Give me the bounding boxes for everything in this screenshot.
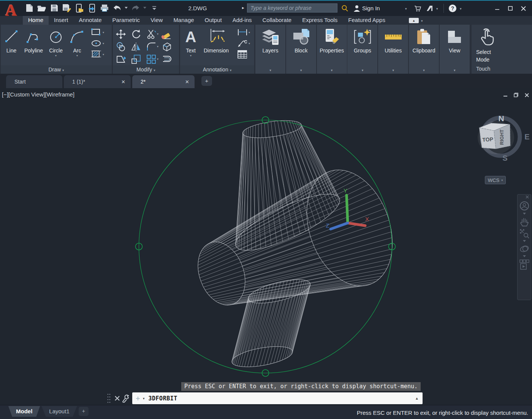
command-input[interactable]: ▾ 3DFORBIT ▲ (132, 392, 423, 404)
search-expand-icon[interactable]: ▸ (242, 5, 244, 10)
ribbon-tab-parametric[interactable]: Parametric (107, 16, 146, 25)
circle-tool-button[interactable]: Circle▾ (45, 26, 66, 57)
drawing-area[interactable]: YXZ [−][Custom View][Wireframe] N E S TO… (0, 88, 532, 405)
array-tool-button[interactable]: ▾ (146, 53, 162, 65)
trim-tool-button[interactable]: ▾ (146, 28, 162, 40)
copy-tool-button[interactable] (116, 40, 131, 53)
orbit-dropdown-icon[interactable] (518, 255, 531, 258)
orbit-icon[interactable] (518, 244, 531, 254)
qat-more-icon[interactable] (149, 3, 159, 13)
rotate-tool-button[interactable] (131, 28, 146, 40)
autocad-app-icon[interactable]: A (3, 2, 19, 19)
ribbon-collapse-button[interactable]: ▲ (409, 18, 419, 23)
ribbon-tab-insert[interactable]: Insert (49, 16, 74, 25)
table-tool-button[interactable] (237, 50, 250, 59)
tool-dropdown-icon[interactable]: ▾ (103, 31, 104, 34)
select-mode-icon[interactable] (475, 27, 495, 47)
fillet-tool-button[interactable]: ▾ (146, 40, 162, 53)
navigation-wheel-icon[interactable] (518, 201, 531, 211)
ribbon-tab-manage[interactable]: Manage (168, 16, 199, 25)
file-tab-2[interactable]: 2*✕ (132, 75, 195, 88)
tool-dropdown-icon[interactable]: ▾ (103, 42, 104, 45)
file-tab-close-icon[interactable]: ✕ (111, 79, 125, 85)
help-dropdown-icon[interactable]: ▾ (460, 7, 462, 11)
view-panel-button[interactable]: View▾ (440, 25, 470, 74)
ribbon-collapse-dropdown-icon[interactable]: ▾ (421, 19, 423, 23)
ribbon-tab-add-ins[interactable]: Add-ins (227, 16, 257, 25)
leader-tool-button[interactable]: ▾ (237, 39, 250, 48)
open-icon[interactable] (37, 3, 47, 13)
tool-dropdown-icon[interactable]: ▾ (157, 57, 158, 61)
viewcube[interactable]: N E S TOP RIGHT (472, 111, 531, 168)
ribbon-tab-annotate[interactable]: Annotate (74, 16, 107, 25)
explode-tool-button[interactable] (162, 40, 177, 53)
dimlinear-tool-button[interactable]: ▾ (237, 28, 250, 37)
pan-icon[interactable] (518, 217, 531, 227)
file-tab-11[interactable]: 1 (1)*✕ (64, 75, 131, 88)
polyline-tool-button[interactable]: Polyline (22, 26, 45, 57)
ribbon-tab-output[interactable]: Output (200, 16, 227, 25)
search-input[interactable]: Type a keyword or phrase (247, 3, 337, 13)
autodesk-logo-icon[interactable] (425, 3, 435, 13)
groups-panel-button[interactable]: Groups▾ (347, 25, 377, 74)
new-icon[interactable] (24, 3, 34, 13)
select-mode-label[interactable]: SelectMode (476, 48, 491, 63)
showmotion-icon[interactable] (518, 259, 531, 270)
autodesk-dropdown-icon[interactable]: ▾ (436, 7, 438, 11)
file-tab-close-icon[interactable]: ✕ (175, 79, 189, 85)
tool-dropdown-icon[interactable]: ▾ (55, 54, 57, 57)
clipboard-panel-button[interactable]: Clipboard▾ (409, 25, 439, 74)
block-panel-button[interactable]: Block▾ (286, 25, 316, 74)
layers-panel-button[interactable]: Layers▾ (255, 25, 285, 74)
help-icon[interactable]: ? (448, 3, 458, 13)
text-tool-button[interactable]: AText▾ (180, 26, 201, 57)
layout-tab-model[interactable]: Model (8, 406, 40, 417)
panel-dropdown-icon[interactable]: ▾ (347, 68, 377, 72)
hatch-tool-button[interactable]: ▾ (91, 50, 104, 59)
command-close-icon[interactable] (113, 396, 122, 401)
tool-dropdown-icon[interactable]: ▾ (249, 31, 250, 34)
annotation-panel-title[interactable]: Annotation▾ (180, 65, 254, 74)
modify-panel-title[interactable]: Modify▾ (113, 65, 179, 74)
ribbon-tab-view[interactable]: View (145, 16, 168, 25)
erase-tool-button[interactable] (162, 28, 177, 40)
scale-tool-button[interactable] (131, 53, 146, 65)
viewport-controls-label[interactable]: [−][Custom View][Wireframe] (2, 91, 74, 98)
command-customize-wrench-icon[interactable] (122, 394, 130, 403)
panel-dropdown-icon[interactable]: ▾ (317, 68, 347, 72)
offset-tool-button[interactable] (162, 53, 177, 65)
tool-dropdown-icon[interactable]: ▾ (190, 54, 192, 57)
draw-panel-title[interactable]: Draw▾ (1, 65, 112, 74)
undo-dd[interactable] (125, 6, 128, 10)
ribbon-tab-collaborate[interactable]: Collaborate (257, 16, 297, 25)
minimize-icon[interactable] (491, 3, 504, 14)
save-icon[interactable] (49, 3, 59, 13)
saveas-icon[interactable] (62, 3, 72, 13)
zoom-dropdown-icon[interactable] (518, 240, 531, 242)
new-layout-button[interactable]: + (79, 407, 89, 416)
tool-dropdown-icon[interactable]: ▾ (157, 32, 158, 36)
close-icon[interactable] (517, 3, 530, 14)
utilities-panel-button[interactable]: Utilities▾ (378, 25, 408, 74)
plot-icon[interactable] (100, 3, 109, 13)
panel-dropdown-icon[interactable]: ▾ (440, 68, 470, 72)
properties-panel-button[interactable]: Properties▾ (317, 25, 347, 74)
cart-icon[interactable] (413, 3, 423, 13)
navbar-close-icon[interactable] (518, 195, 531, 199)
command-history-icon[interactable]: ▲ (415, 396, 419, 400)
tool-dropdown-icon[interactable]: ▾ (103, 53, 104, 56)
command-recent-dropdown-icon[interactable]: ▾ (143, 397, 145, 400)
ellipse-tool-button[interactable]: ▾ (91, 39, 104, 48)
undo-icon[interactable] (112, 3, 122, 13)
panel-dropdown-icon[interactable]: ▾ (286, 68, 316, 72)
move-tool-button[interactable] (116, 28, 131, 40)
panel-dropdown-icon[interactable]: ▾ (409, 68, 439, 72)
layout-tab-layout1[interactable]: Layout1 (41, 406, 77, 417)
savemobile-icon[interactable] (87, 3, 97, 13)
ribbon-tab-express-tools[interactable]: Express Tools (297, 16, 343, 25)
navigation-bar[interactable] (517, 194, 531, 300)
dimension-tool-button[interactable]: Dimension (201, 26, 231, 57)
command-line-grip[interactable] (107, 393, 112, 404)
redo-icon[interactable] (131, 3, 141, 13)
zoom-icon[interactable] (518, 229, 531, 239)
